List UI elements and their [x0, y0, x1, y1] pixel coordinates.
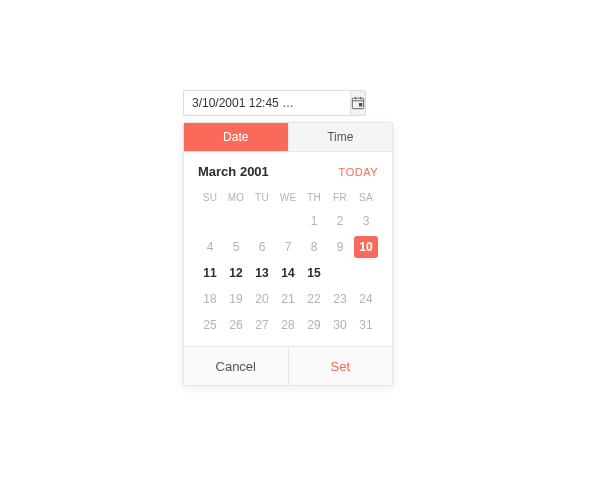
- day-empty: [250, 210, 274, 232]
- day-empty: [224, 210, 248, 232]
- day-cell[interactable]: 23: [328, 288, 352, 310]
- calendar-body: March 2001 TODAY SU MO TU WE TH FR SA 1 …: [184, 152, 392, 346]
- datetime-popup: Date Time March 2001 TODAY SU MO TU WE T…: [183, 122, 393, 386]
- svg-rect-4: [359, 103, 363, 107]
- day-cell[interactable]: 26: [224, 314, 248, 336]
- days-grid: 1 2 3 4 5 6 7 8 9 10 11 12 13 14 15 16 1…: [198, 210, 378, 336]
- dow-fr: FR: [328, 189, 352, 206]
- calendar-header: March 2001 TODAY: [198, 164, 378, 179]
- day-cell[interactable]: 22: [302, 288, 326, 310]
- dow-we: WE: [276, 189, 300, 206]
- day-cell[interactable]: 18: [198, 288, 222, 310]
- day-cell[interactable]: 29: [302, 314, 326, 336]
- day-cell[interactable]: 15: [302, 262, 326, 284]
- day-cell[interactable]: 3: [354, 210, 378, 232]
- day-cell[interactable]: 7: [276, 236, 300, 258]
- tab-date[interactable]: Date: [184, 123, 289, 151]
- day-cell[interactable]: 1: [302, 210, 326, 232]
- day-cell[interactable]: 5: [224, 236, 248, 258]
- day-cell[interactable]: 25: [198, 314, 222, 336]
- calendar-toggle-button[interactable]: [350, 90, 366, 116]
- day-cell[interactable]: 11: [198, 262, 222, 284]
- day-of-week-row: SU MO TU WE TH FR SA: [198, 189, 378, 206]
- day-cell[interactable]: 2: [328, 210, 352, 232]
- day-cell[interactable]: 8: [302, 236, 326, 258]
- dow-tu: TU: [250, 189, 274, 206]
- day-cell[interactable]: 28: [276, 314, 300, 336]
- day-cell[interactable]: 9: [328, 236, 352, 258]
- day-cell[interactable]: 6: [250, 236, 274, 258]
- day-empty: [198, 210, 222, 232]
- calendar-icon: [351, 96, 365, 110]
- today-link[interactable]: TODAY: [339, 166, 378, 178]
- dow-mo: MO: [224, 189, 248, 206]
- day-cell[interactable]: 30: [328, 314, 352, 336]
- day-cell[interactable]: 24: [354, 288, 378, 310]
- tab-time-label: Time: [327, 130, 353, 144]
- tabs: Date Time: [184, 123, 392, 152]
- day-cell[interactable]: 20: [250, 288, 274, 310]
- dow-sa: SA: [354, 189, 378, 206]
- tab-time[interactable]: Time: [289, 123, 393, 151]
- day-cell[interactable]: 31: [354, 314, 378, 336]
- day-empty: [276, 210, 300, 232]
- datetime-input-row: [183, 90, 335, 116]
- dow-th: TH: [302, 189, 326, 206]
- day-cell[interactable]: 27: [250, 314, 274, 336]
- day-cell[interactable]: 19: [224, 288, 248, 310]
- day-cell[interactable]: 4: [198, 236, 222, 258]
- set-button[interactable]: Set: [289, 347, 393, 385]
- day-cell[interactable]: 13: [250, 262, 274, 284]
- day-cell[interactable]: 14: [276, 262, 300, 284]
- day-cell[interactable]: 12: [224, 262, 248, 284]
- set-label: Set: [330, 359, 350, 374]
- day-cell-selected[interactable]: 10: [354, 236, 378, 258]
- cancel-label: Cancel: [216, 359, 256, 374]
- popup-footer: Cancel Set: [184, 346, 392, 385]
- calendar-title: March 2001: [198, 164, 269, 179]
- tab-date-label: Date: [223, 130, 248, 144]
- dow-su: SU: [198, 189, 222, 206]
- day-cell[interactable]: 21: [276, 288, 300, 310]
- datetime-input[interactable]: [183, 90, 350, 116]
- cancel-button[interactable]: Cancel: [184, 347, 289, 385]
